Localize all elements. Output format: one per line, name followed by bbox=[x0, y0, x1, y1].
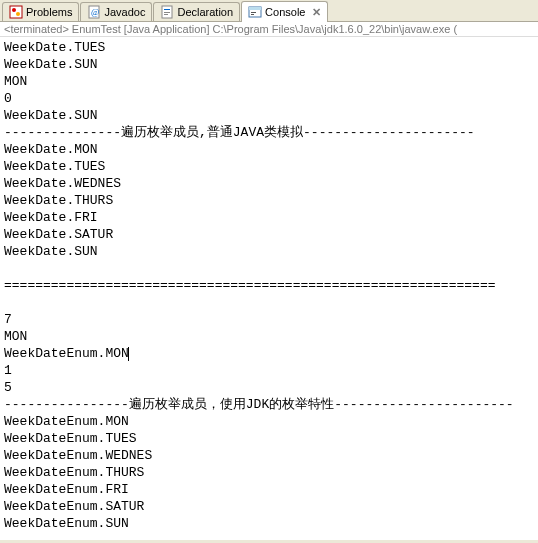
declaration-icon bbox=[160, 5, 174, 19]
text-cursor bbox=[128, 347, 129, 361]
svg-text:@: @ bbox=[91, 7, 99, 17]
tab-problems[interactable]: Problems bbox=[2, 2, 79, 21]
svg-rect-10 bbox=[249, 7, 261, 10]
tab-label: Console bbox=[265, 6, 305, 18]
tab-label: Problems bbox=[26, 6, 72, 18]
javadoc-icon: @ bbox=[87, 5, 101, 19]
svg-rect-12 bbox=[251, 14, 254, 15]
svg-rect-6 bbox=[164, 9, 170, 10]
tab-label: Javadoc bbox=[104, 6, 145, 18]
console-status: <terminated> EnumTest [Java Application]… bbox=[0, 22, 538, 37]
close-icon[interactable]: ✕ bbox=[312, 6, 321, 19]
tab-javadoc[interactable]: @ Javadoc bbox=[80, 2, 152, 21]
tab-label: Declaration bbox=[177, 6, 233, 18]
svg-rect-7 bbox=[164, 12, 170, 13]
problems-icon bbox=[9, 5, 23, 19]
svg-rect-11 bbox=[251, 12, 256, 13]
svg-point-1 bbox=[12, 8, 16, 12]
console-icon bbox=[248, 5, 262, 19]
svg-rect-0 bbox=[10, 6, 22, 18]
tab-declaration[interactable]: Declaration bbox=[153, 2, 240, 21]
svg-rect-8 bbox=[164, 14, 168, 15]
tab-console[interactable]: Console ✕ bbox=[241, 1, 328, 22]
tab-bar: Problems @ Javadoc Declaration Console ✕ bbox=[0, 0, 538, 22]
svg-point-2 bbox=[16, 12, 20, 16]
console-output[interactable]: WeekDate.TUES WeekDate.SUN MON 0 WeekDat… bbox=[0, 37, 538, 540]
